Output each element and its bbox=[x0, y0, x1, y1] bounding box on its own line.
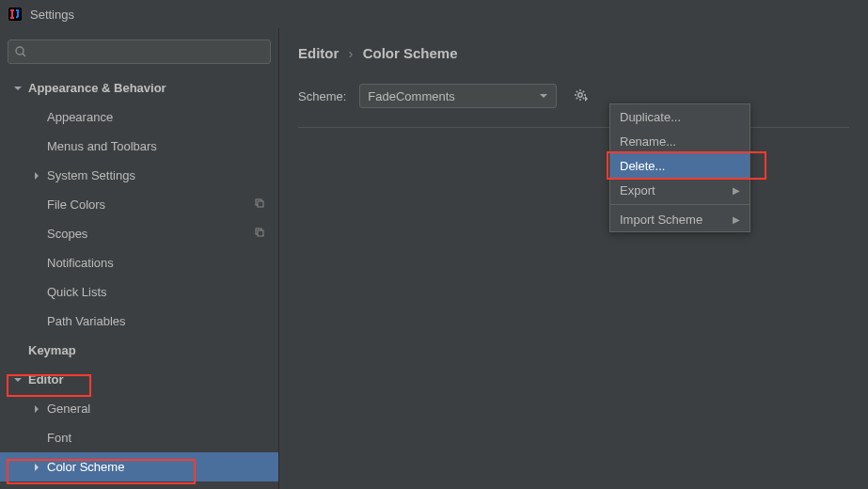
breadcrumb-separator: › bbox=[349, 45, 354, 61]
sidebar-item-label: Color Scheme bbox=[47, 460, 124, 474]
sidebar-item-menus-toolbars[interactable]: Menus and Toolbars bbox=[0, 132, 278, 161]
popup-item-export[interactable]: Export ▶ bbox=[610, 178, 750, 202]
app-icon bbox=[8, 7, 23, 22]
sidebar-item-quick-lists[interactable]: Quick Lists bbox=[0, 277, 278, 307]
sidebar-item-label: Appearance & Behavior bbox=[28, 81, 166, 95]
sidebar-item-label: Scopes bbox=[47, 227, 87, 241]
scheme-label: Scheme: bbox=[298, 89, 346, 103]
scheme-value: FadeComments bbox=[368, 89, 454, 103]
sidebar-item-scopes[interactable]: Scopes bbox=[0, 219, 278, 248]
svg-point-7 bbox=[578, 93, 582, 97]
sidebar-item-editor[interactable]: Editor bbox=[0, 365, 278, 394]
popup-item-duplicate[interactable]: Duplicate... bbox=[610, 104, 750, 129]
scheme-actions-popup: Duplicate... Rename... Delete... Export … bbox=[609, 103, 750, 232]
popup-item-label: Duplicate... bbox=[620, 110, 681, 124]
titlebar: Settings bbox=[0, 0, 868, 28]
sidebar-item-label: Editor bbox=[28, 372, 64, 386]
breadcrumb-part: Editor bbox=[298, 45, 339, 61]
svg-line-14 bbox=[576, 98, 577, 99]
chevron-right-icon: ▶ bbox=[733, 185, 740, 196]
sidebar-item-color-scheme[interactable]: Color Scheme bbox=[0, 452, 278, 481]
svg-line-2 bbox=[23, 54, 25, 56]
sidebar-item-appearance[interactable]: Appearance bbox=[0, 103, 278, 132]
chevron-down-icon bbox=[13, 375, 23, 385]
sidebar-item-label: Menus and Toolbars bbox=[47, 139, 157, 153]
sidebar-item-label: Notifications bbox=[47, 256, 114, 270]
scheme-row: Scheme: FadeComments bbox=[298, 84, 849, 128]
svg-line-13 bbox=[583, 98, 584, 99]
svg-line-12 bbox=[576, 91, 577, 92]
chevron-right-icon bbox=[32, 404, 41, 414]
sidebar-item-notifications[interactable]: Notifications bbox=[0, 248, 278, 277]
gear-icon bbox=[573, 87, 590, 104]
chevron-down-icon bbox=[13, 84, 23, 93]
sidebar-item-label: Font bbox=[47, 431, 71, 445]
svg-line-15 bbox=[583, 91, 584, 92]
breadcrumb-part: Color Scheme bbox=[363, 45, 458, 61]
window-title: Settings bbox=[30, 8, 74, 22]
chevron-right-icon: ▶ bbox=[733, 214, 740, 225]
sidebar-item-label: Keymap bbox=[28, 343, 76, 357]
sidebar-item-label: System Settings bbox=[47, 168, 135, 182]
sidebar-item-system-settings[interactable]: System Settings bbox=[0, 161, 278, 190]
popup-item-import-scheme[interactable]: Import Scheme ▶ bbox=[610, 207, 750, 231]
svg-rect-4 bbox=[258, 201, 263, 207]
chevron-right-icon bbox=[32, 171, 41, 181]
sidebar-item-path-variables[interactable]: Path Variables bbox=[0, 307, 278, 336]
sidebar-item-label: General bbox=[47, 402, 90, 416]
sidebar-item-label: Path Variables bbox=[47, 314, 126, 328]
search-input-container[interactable] bbox=[8, 39, 271, 64]
popup-item-label: Rename... bbox=[620, 134, 676, 149]
sidebar-item-general[interactable]: General bbox=[0, 394, 278, 423]
sidebar-item-file-colors[interactable]: File Colors bbox=[0, 190, 278, 219]
popup-item-label: Import Scheme bbox=[620, 213, 702, 227]
project-icon bbox=[254, 197, 265, 212]
gear-button[interactable] bbox=[570, 85, 592, 107]
sidebar-item-label: File Colors bbox=[47, 197, 105, 212]
sidebar-item-appearance-behavior[interactable]: Appearance & Behavior bbox=[0, 73, 278, 103]
popup-separator bbox=[610, 204, 750, 205]
sidebar-item-label: Quick Lists bbox=[47, 285, 107, 299]
sidebar-item-keymap[interactable]: Keymap bbox=[0, 336, 278, 365]
search-icon bbox=[14, 45, 27, 58]
sidebar: Appearance & Behavior Appearance Menus a… bbox=[0, 28, 279, 489]
chevron-right-icon bbox=[32, 463, 41, 472]
search-input[interactable] bbox=[31, 45, 264, 59]
svg-rect-6 bbox=[258, 230, 263, 236]
popup-item-label: Export bbox=[620, 183, 655, 197]
project-icon bbox=[254, 227, 265, 241]
svg-point-1 bbox=[16, 47, 24, 55]
scheme-select[interactable]: FadeComments bbox=[359, 84, 557, 108]
sidebar-item-font[interactable]: Font bbox=[0, 423, 278, 452]
content-pane: Editor › Color Scheme Scheme: FadeCommen… bbox=[279, 28, 868, 489]
popup-item-rename[interactable]: Rename... bbox=[610, 129, 750, 153]
breadcrumb: Editor › Color Scheme bbox=[298, 45, 849, 61]
popup-item-delete[interactable]: Delete... bbox=[610, 153, 750, 178]
chevron-down-icon bbox=[539, 91, 548, 101]
sidebar-item-label: Appearance bbox=[47, 110, 113, 124]
popup-item-label: Delete... bbox=[620, 159, 665, 173]
